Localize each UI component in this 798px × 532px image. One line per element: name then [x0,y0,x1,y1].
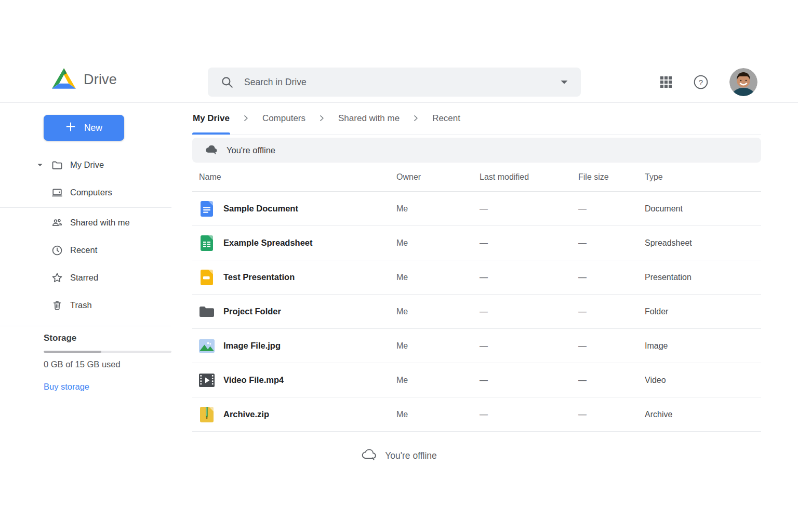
sidebar-item-computers[interactable]: Computers [51,179,171,206]
plus-icon [65,122,76,135]
file-name: Project Folder [223,307,281,316]
last-modified-cell: — [473,238,571,248]
name-cell: Video File.mp4 [192,373,390,388]
file-name: Image File.jpg [223,341,281,351]
type-cell: Video [638,376,761,385]
trash-icon [51,299,63,312]
column-header-file-size[interactable]: File size [571,172,638,182]
sidebar-item-label: My Drive [70,160,104,170]
owner-cell: Me [390,376,473,385]
drive-app: Drive [0,0,798,532]
storage-progress-bar [44,351,171,353]
last-modified-cell: — [473,376,571,385]
last-modified-cell: — [473,341,571,351]
tab-label: My Drive [193,113,230,124]
table-row[interactable]: Sample DocumentMe——Document [192,192,761,226]
column-header-type[interactable]: Type [638,172,761,182]
archive-file-icon [199,407,215,422]
type-cell: Spreadsheet [638,238,761,248]
sidebar-item-shared-with-me[interactable]: Shared with me [51,209,171,236]
tab-computers[interactable]: Computers [262,102,306,134]
offline-banner: You're offline [192,138,761,163]
clock-icon [51,244,63,257]
breadcrumb: My DriveComputersShared with meRecent [192,102,761,135]
sidebar-item-label: Trash [70,300,92,310]
table-row[interactable]: Video File.mp4Me——Video [192,363,761,397]
folder-icon [51,159,63,171]
slides-file-icon [199,270,215,285]
table-row[interactable]: Project FolderMe——Folder [192,295,761,329]
last-modified-cell: — [473,273,571,282]
name-cell: Example Spreadsheet [192,235,390,251]
drive-logo[interactable]: Drive [52,68,117,91]
sidebar-item-label: Starred [70,273,98,283]
sheets-file-icon [199,235,215,251]
buy-storage-link[interactable]: Buy storage [44,382,89,392]
computer-icon [51,187,63,199]
last-modified-cell: — [473,410,571,419]
new-button-label: New [84,123,102,134]
table-row[interactable]: Image File.jpgMe——Image [192,329,761,363]
type-cell: Document [638,204,761,214]
owner-cell: Me [390,204,473,214]
table-header: Name Owner Last modified File size Type [192,163,761,192]
user-avatar[interactable] [729,68,757,96]
tab-shared-with-me[interactable]: Shared with me [338,102,400,134]
owner-cell: Me [390,410,473,419]
storage-section: Storage 0 GB of 15 GB used Buy storage [44,333,171,392]
top-actions: ? [660,68,757,97]
breadcrumb-separator-icon [320,102,324,134]
type-cell: Folder [638,307,761,316]
owner-cell: Me [390,341,473,351]
sidebar-item-my-drive[interactable]: My Drive [51,151,171,179]
name-cell: Image File.jpg [192,338,390,354]
search-bar[interactable] [208,68,581,97]
chevron-down-icon[interactable] [37,163,43,167]
search-icon[interactable] [220,75,234,89]
offline-footer: You're offline [0,448,798,463]
type-cell: Image [638,341,761,351]
column-header-name[interactable]: Name [192,172,390,182]
owner-cell: Me [390,273,473,282]
table-row[interactable]: Archive.zipMe——Archive [192,397,761,432]
apps-grid-icon[interactable] [660,76,672,88]
file-name: Sample Document [223,204,298,214]
name-cell: Test Presentation [192,270,390,285]
type-cell: Presentation [638,273,761,282]
tab-label: Computers [262,113,305,124]
sidebar-item-label: Shared with me [70,218,130,228]
column-header-owner[interactable]: Owner [390,172,473,182]
sidebar-item-trash[interactable]: Trash [51,291,171,319]
star-icon [51,272,63,284]
file-name: Example Spreadsheet [223,238,313,248]
sidebar-item-starred[interactable]: Starred [51,264,171,291]
sidebar-item-recent[interactable]: Recent [51,236,171,264]
tab-my-drive[interactable]: My Drive [192,102,230,134]
name-cell: Archive.zip [192,407,390,422]
sidebar-item-label: Computers [70,188,112,197]
search-options-dropdown-icon[interactable] [560,80,568,85]
name-cell: Sample Document [192,201,390,217]
breadcrumb-separator-icon [414,102,418,134]
sidebar-divider [0,207,171,208]
column-header-last-modified[interactable]: Last modified [473,172,571,182]
table-row[interactable]: Test PresentationMe——Presentation [192,260,761,295]
search-input[interactable] [243,76,551,88]
tab-label: Shared with me [338,113,400,124]
sidebar-item-label: Recent [70,245,97,255]
breadcrumb-separator-icon [244,102,248,134]
owner-cell: Me [390,238,473,248]
owner-cell: Me [390,307,473,316]
new-button[interactable]: New [44,115,124,141]
file-size-cell: — [571,376,638,385]
help-icon[interactable]: ? [693,74,709,90]
file-name: Archive.zip [223,409,269,419]
cloud-offline-icon [361,448,378,463]
folder-file-icon [199,304,215,320]
image-file-icon [199,338,215,354]
svg-text:?: ? [699,78,703,87]
sidebar-nav: My DriveComputersShared with meRecentSta… [44,151,171,326]
tab-label: Recent [432,113,460,124]
tab-recent[interactable]: Recent [432,102,461,134]
table-row[interactable]: Example SpreadsheetMe——Spreadsheet [192,226,761,260]
